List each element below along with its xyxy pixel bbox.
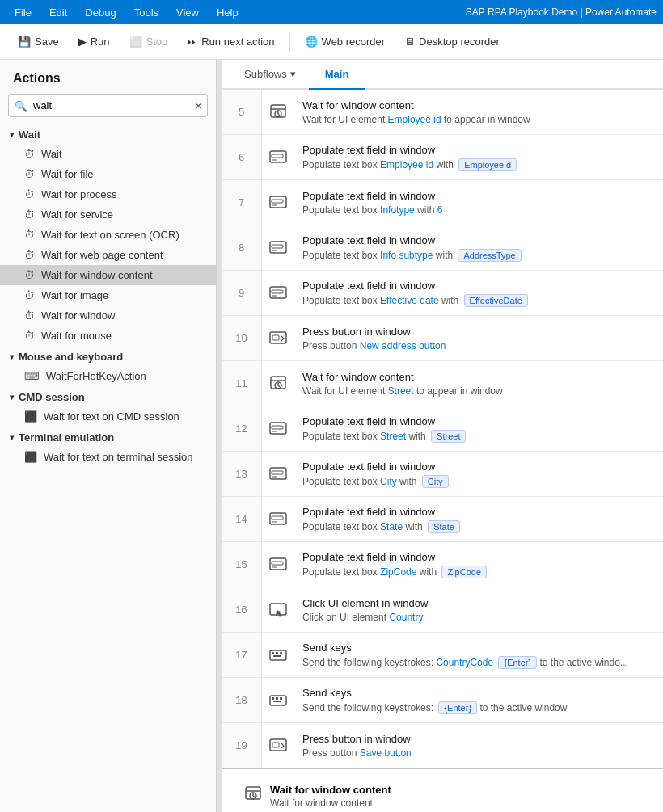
populate-text-icon7 — [269, 512, 287, 527]
wait-service-icon: ⏱ — [24, 208, 35, 221]
menu-bar: File Edit Debug Tools View Help SAP RPA … — [0, 0, 663, 24]
populate-text-icon4 — [269, 286, 287, 301]
chevron-down-icon-mk: ▾ — [10, 352, 14, 361]
row6-content: Populate text field in window Populate t… — [294, 135, 663, 179]
subflows-tab[interactable]: Subflows ▾ — [231, 60, 309, 88]
action-waitforhotkey[interactable]: ⌨ WaitForHotKeyAction — [0, 366, 216, 386]
svg-rect-39 — [276, 652, 278, 654]
category-wait[interactable]: ▾ Wait — [0, 124, 216, 144]
flow-row-5: 5 Wait for window content Wait for UI el… — [222, 90, 663, 135]
row5-content: Wait for window content Wait for UI elem… — [294, 90, 663, 134]
action-wait-cmd[interactable]: ⬛ Wait for text on CMD session — [0, 406, 216, 427]
menu-debug[interactable]: Debug — [77, 3, 124, 22]
wait-image-icon: ⏱ — [24, 289, 35, 301]
app-title: SAP RPA Playbook Demo | Power Automate — [466, 6, 657, 18]
action-wait-for-service[interactable]: ⏱ Wait for service — [0, 204, 216, 225]
line-7: 7 — [222, 180, 262, 225]
row5-icon — [262, 90, 294, 134]
wait-file-icon: ⏱ — [24, 168, 35, 180]
row6-icon — [262, 135, 294, 179]
row13-icon — [262, 452, 294, 496]
menu-tools[interactable]: Tools — [126, 3, 167, 22]
row16-content: Click UI element in window Click on UI e… — [294, 587, 663, 632]
flow-row-17: 17 Send keys Send the following keystrok… — [222, 633, 663, 678]
flow-row-16: 16 Click UI element in window Click on U… — [222, 587, 663, 633]
menu-view[interactable]: View — [168, 3, 207, 22]
menu-edit[interactable]: Edit — [41, 3, 75, 22]
popup-wait-icon — [244, 785, 262, 806]
action-wait-for-text-ocr[interactable]: ⏱ Wait for text on screen (OCR) — [0, 225, 216, 245]
category-cmd[interactable]: ▾ CMD session — [0, 386, 216, 406]
wait-web-icon: ⏱ — [24, 249, 35, 261]
line-10: 10 — [222, 316, 262, 360]
menu-help[interactable]: Help — [209, 3, 247, 22]
main-tab[interactable]: Main — [309, 60, 365, 90]
action-wait-for-image[interactable]: ⏱ Wait for image — [0, 285, 216, 305]
search-clear-button[interactable]: ✕ — [194, 99, 203, 111]
send-keys-icon — [269, 648, 287, 663]
row16-title: Click UI element in window — [302, 597, 655, 609]
line-8: 8 — [222, 225, 262, 270]
flow-canvas[interactable]: 5 Wait for window content Wait for UI el… — [222, 90, 663, 812]
svg-rect-38 — [272, 652, 274, 654]
action-wait-for-window-content[interactable]: ⏱ Wait for window content — [0, 265, 216, 285]
row5-title: Wait for window content — [302, 99, 655, 111]
svg-rect-27 — [270, 468, 286, 479]
row15-desc: Populate text box ZipCode with ZipCode — [302, 566, 655, 578]
action-wait-for-file[interactable]: ⏱ Wait for file — [0, 164, 216, 184]
menu-file[interactable]: File — [6, 3, 40, 22]
svg-rect-15 — [272, 290, 283, 293]
flow-row-9: 9 Populate text field in window Populate… — [222, 271, 663, 316]
run-next-button[interactable]: ⏭ Run next action — [179, 32, 282, 52]
wait-window-content-icon2 — [269, 375, 287, 393]
svg-line-4 — [278, 114, 280, 116]
action-wait-for-process[interactable]: ⏱ Wait for process — [0, 184, 216, 204]
row15-content: Populate text field in window Populate t… — [294, 542, 663, 587]
row9-title: Populate text field in window — [302, 280, 655, 292]
press-button-icon2 — [269, 738, 287, 753]
row7-title: Populate text field in window — [302, 190, 655, 202]
cmd-icon: ⬛ — [24, 410, 37, 423]
row16-desc: Click on UI element Country — [302, 612, 655, 623]
svg-rect-12 — [272, 245, 283, 248]
flow-row-11: 11 Wait for window content Wait for UI e… — [222, 361, 663, 406]
populate-text-icon6 — [269, 467, 287, 482]
category-mouse-keyboard[interactable]: ▾ Mouse and keyboard — [0, 346, 216, 366]
action-wait-terminal[interactable]: ⬛ Wait for text on terminal session — [0, 447, 216, 467]
save-button[interactable]: 💾 Save — [10, 32, 67, 52]
row9-content: Populate text field in window Populate t… — [294, 271, 663, 315]
action-wait-for-window[interactable]: ⏱ Wait for window — [0, 305, 216, 326]
row8-desc: Populate text box Info subtype with Addr… — [302, 249, 655, 262]
wait-mouse-icon: ⏱ — [24, 330, 35, 342]
action-wait-for-mouse[interactable]: ⏱ Wait for mouse — [0, 326, 216, 346]
svg-rect-31 — [272, 516, 283, 520]
category-terminal[interactable]: ▾ Terminal emulation — [0, 427, 216, 447]
row5-desc: Wait for UI element Employee id to appea… — [302, 114, 655, 125]
populate-text-icon — [269, 150, 287, 165]
search-input[interactable] — [8, 94, 208, 117]
desktop-recorder-button[interactable]: 🖥 Desktop recorder — [396, 32, 508, 52]
wait-icon: ⏱ — [24, 148, 35, 160]
row10-title: Press button in window — [302, 326, 655, 338]
wait-text-icon: ⏱ — [24, 229, 35, 241]
actions-title: Actions — [0, 60, 216, 94]
flow-row-7: 7 Populate text field in window Populate… — [222, 180, 663, 225]
action-wait[interactable]: ⏱ Wait — [0, 144, 216, 164]
svg-rect-46 — [273, 701, 281, 702]
line-16: 16 — [222, 587, 262, 632]
action-wait-for-webpage[interactable]: ⏱ Wait for web page content — [0, 245, 216, 265]
svg-rect-34 — [272, 562, 283, 565]
row15-icon — [262, 542, 294, 587]
row6-desc: Populate text box Employee id with Emplo… — [302, 158, 655, 171]
flow-row-19: 19 Press button in window Press button S… — [222, 723, 663, 768]
run-button[interactable]: ▶ Run — [70, 32, 118, 52]
svg-rect-8 — [270, 196, 286, 208]
row12-desc: Populate text box Street with Street — [302, 430, 655, 443]
line-17: 17 — [222, 633, 262, 677]
row7-desc: Populate text box Infotype with 6 — [302, 204, 655, 216]
populate-text-icon3 — [269, 241, 287, 255]
web-recorder-button[interactable]: 🌐 Web recorder — [297, 32, 394, 52]
stop-button[interactable]: ⬜ Stop — [121, 32, 176, 52]
flow-row-10: 10 Press button in window Press button N… — [222, 316, 663, 361]
row6-title: Populate text field in window — [302, 144, 655, 156]
